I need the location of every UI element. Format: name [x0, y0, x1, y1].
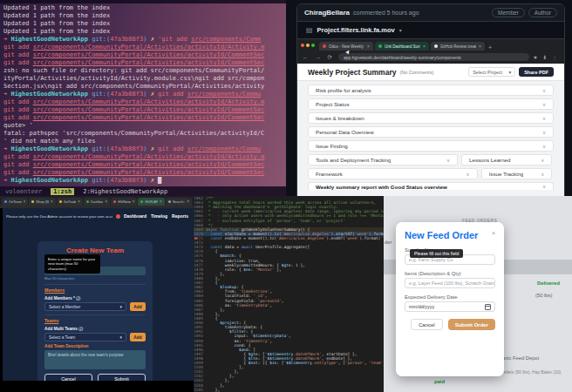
accordion-section[interactable]: Risk profile for analysis∨ — [308, 84, 554, 96]
select-project-value: Select Project — [473, 70, 502, 75]
browser-action-icons[interactable]: ★ ⬇ ⋮ — [533, 54, 559, 60]
tab-favicon-icon — [31, 200, 34, 203]
submit-order-button[interactable]: Submit Order — [448, 319, 495, 330]
accordion-section[interactable]: Personal Data Overview∨ — [308, 126, 554, 138]
breakpoint-icon[interactable] — [194, 237, 197, 240]
nav-reports[interactable]: Reports — [172, 213, 188, 219]
new-tab-button[interactable]: + — [488, 44, 492, 51]
tab-close-icon[interactable]: × — [367, 44, 370, 49]
terminal-text: git add — [3, 169, 33, 176]
accordion-label: Lessons Learned — [469, 157, 510, 163]
team-description-textarea[interactable]: Brief details about the new team's purpo… — [44, 350, 146, 369]
browser-nav-icons[interactable]: ← → ⟳ — [303, 54, 335, 61]
browser-tab[interactable]: GoTrade Engl× — [57, 198, 83, 206]
tab-label: GitHub Review creat... — [440, 44, 476, 49]
accordion-label: Issue Finding — [316, 143, 348, 149]
file-path: src/components/CommunityPortal/Activitie… — [33, 59, 265, 66]
dev-admin-banner: Please only use the Dev Admin account to… — [6, 214, 112, 219]
terminal-text: git:( — [92, 91, 110, 98]
tab-favicon-icon — [168, 200, 171, 203]
nav-timelog[interactable]: Timelog — [151, 213, 167, 219]
tab-close-icon[interactable]: × — [78, 199, 80, 204]
zoom-window-icon[interactable] — [311, 44, 315, 47]
browser-tab[interactable]: GitHub Review creat...× — [431, 42, 485, 51]
browser-tab[interactable]: Search result× — [166, 198, 192, 206]
select-project-dropdown[interactable]: Select Project ▾ — [468, 67, 515, 77]
tab-label: Dashboard: Pr — [91, 199, 104, 204]
video-attachment-toggle[interactable]: ▤ Project.filters.link.fa.mov ▾ — [297, 22, 564, 39]
team-select-dropdown[interactable]: Select a Team ▾ — [44, 333, 126, 341]
tab-label: Shop (Welcom — [36, 199, 49, 204]
terminal-line: Updated 1 path from the index — [3, 4, 283, 12]
browser-tab[interactable]: Unit Dashboard Summary× — [375, 42, 429, 51]
browser-tab[interactable]: HGNetwork A× — [111, 198, 137, 206]
tab-close-icon[interactable]: × — [423, 44, 426, 49]
minimize-window-icon[interactable] — [306, 44, 310, 47]
terminal-text: git add — [3, 59, 33, 66]
accordion-section[interactable]: Lessons Learned∨ — [461, 154, 552, 166]
terminal-text: 47a3b88f3 — [110, 177, 143, 184]
cancel-button[interactable]: Cancel — [411, 319, 443, 330]
accordion-label: Tools and Deployment Tracking — [316, 157, 391, 163]
team-select-value: Select a Team — [49, 335, 75, 340]
team-name-hint: Max 50 characters — [44, 276, 146, 280]
code-editor[interactable]: 1462/**1463 * Aggregates total hours wor… — [194, 196, 384, 392]
chevron-down-icon: ∨ — [466, 172, 470, 177]
tab-label: OnTeams Engi — [9, 199, 22, 204]
terminal-text: git add — [3, 98, 33, 105]
tab-favicon-icon — [59, 200, 62, 203]
accordion-section[interactable]: Tools and Deployment Tracking∨ — [308, 154, 458, 166]
items-input[interactable]: e.g. Layer Feed (100 lbs), Scratch Grain… — [405, 278, 495, 288]
member-select-dropdown[interactable]: Select a Member ▾ — [44, 302, 126, 311]
address-bar[interactable]: app.hgnetwork.dev/dashboard/weekly-summa… — [338, 53, 529, 61]
accordion-section[interactable]: Issue Finding∨ — [308, 140, 554, 152]
tab-label: HGNetwork A — [118, 199, 131, 204]
terminal-line: Updated 1 path from the index — [3, 12, 283, 20]
accordion-row-group: Risk profile for analysis∨ — [308, 84, 554, 96]
weekly-summary-page: Weekly Project Summary (No Comments) Sel… — [297, 64, 564, 196]
terminal-text: █ — [158, 177, 161, 184]
browser-tab[interactable]: Shop (Welcom× — [29, 198, 55, 206]
accordion-label: Issues & breakdown — [316, 115, 364, 121]
tab-close-icon[interactable]: × — [479, 44, 481, 49]
nav-dashboard[interactable]: Dashboard — [124, 213, 146, 219]
accordion-label: Weekly summary report with Good Status o… — [316, 184, 447, 190]
add-team-button[interactable]: Add — [130, 333, 146, 341]
chevron-down-icon: ▾ — [120, 335, 122, 340]
terminal-text: git:( — [92, 177, 110, 184]
file-path: src/components/CommunityPortal/Activitie… — [33, 169, 265, 176]
tab-close-icon[interactable]: × — [51, 199, 53, 204]
tab-close-icon[interactable]: × — [105, 199, 107, 204]
close-icon[interactable]: × — [492, 230, 495, 236]
accordion-section[interactable]: Framework∨ — [308, 168, 478, 179]
notification-dot-icon[interactable] — [116, 214, 120, 219]
paid-badge: paid — [434, 379, 445, 384]
accordion-section[interactable]: Weekly summary report with Good Status o… — [308, 182, 554, 190]
page-url: app.hgnetwork.dev/dashboard/weekly-summa… — [344, 55, 461, 60]
close-window-icon[interactable] — [301, 44, 304, 47]
accordion-section[interactable]: Project Status∨ — [308, 98, 554, 110]
delivery-date-input[interactable]: mm/dd/yyyy — [405, 301, 495, 312]
tab-close-icon[interactable]: × — [133, 199, 135, 204]
accordion-row-group: Personal Data Overview∨ — [308, 126, 554, 138]
accordion-section[interactable]: Issue Tracking∨ — [481, 168, 553, 179]
comment-author[interactable]: ChiragBellara — [304, 9, 350, 17]
browser-tab[interactable]: OnTeams Engi× — [2, 198, 28, 206]
accordion-section[interactable]: Issues & breakdown∨ — [308, 112, 554, 124]
tmux-window-app[interactable]: 2:HighestGoodNetworkApp — [83, 188, 167, 195]
tab-close-icon[interactable]: × — [24, 199, 26, 204]
share-pdf-button[interactable]: Share PDF — [519, 67, 554, 77]
tab-close-icon[interactable]: × — [160, 199, 162, 204]
member-select-value: Select a Member — [49, 305, 80, 309]
chevron-down-icon: ∨ — [542, 102, 546, 107]
file-path: src/components/CommunityPortal/Activitie… — [33, 98, 265, 105]
browser-tab[interactable]: HGN APP× — [138, 198, 164, 206]
add-member-button[interactable]: Add — [130, 302, 146, 311]
browser-tab[interactable]: Dashboard: Pr× — [84, 198, 110, 206]
tab-close-icon[interactable]: × — [187, 199, 189, 204]
calendar-icon[interactable] — [485, 304, 491, 310]
author-badge: Author — [528, 8, 557, 17]
tmux-window-zsh[interactable]: 1:zsh — [51, 188, 74, 195]
terminal-text: quote> ' — [3, 122, 33, 129]
terminal-text: Updated 1 path from the index — [3, 12, 110, 19]
